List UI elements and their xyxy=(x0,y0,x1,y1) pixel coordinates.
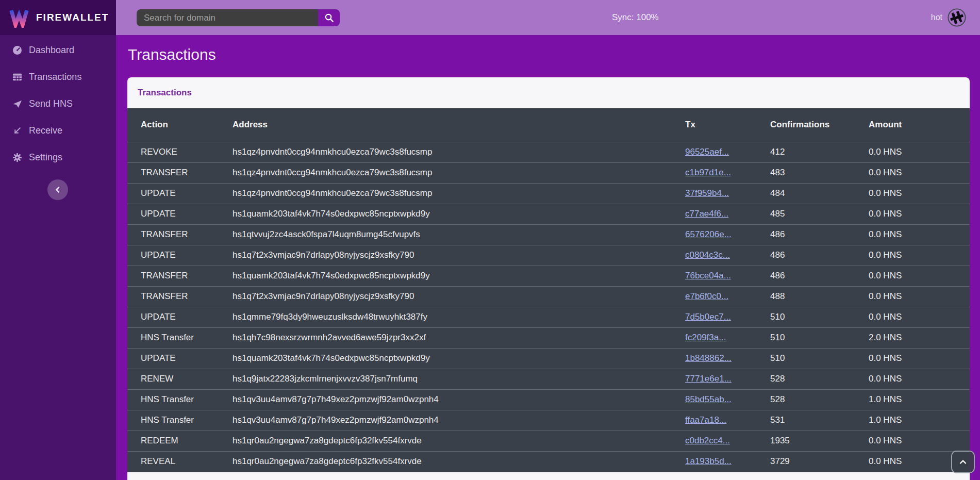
brand-name: FIREWALLET xyxy=(36,12,109,23)
sidebar-item-label: Receive xyxy=(29,125,62,136)
cell-confirmations: 510 xyxy=(757,307,855,327)
cell-confirmations: 510 xyxy=(757,327,855,348)
cell-address: hs1qr0au2ngegwa7za8gdeptc6fp32fkv554fxrv… xyxy=(219,451,672,472)
cell-action: UPDATE xyxy=(127,307,219,327)
transactions-card: Transactions Action Address Tx Confirmat… xyxy=(127,77,970,480)
cell-tx: c77ae4f6... xyxy=(672,204,757,224)
cell-amount: 0.0 HNS xyxy=(855,348,970,369)
cell-amount: 2.0 HNS xyxy=(855,327,970,348)
table-row: UPDATE hs1qz4pnvdnt0ccg94nmkhcu0ezca79wc… xyxy=(127,183,970,204)
cell-address: hs1qv3uu4amv87g7p7h49xez2pmzwjf92am0wzpn… xyxy=(219,410,672,431)
cell-amount: 1.0 HNS xyxy=(855,410,970,431)
cell-tx: 76bce04a... xyxy=(672,266,757,286)
cell-tx: 6576206e... xyxy=(672,224,757,245)
tx-link[interactable]: 7771e6e1... xyxy=(685,374,732,384)
tx-link[interactable]: 7d5b0ec7... xyxy=(685,312,731,322)
receive-icon xyxy=(12,125,22,136)
sidebar-item-settings[interactable]: Settings xyxy=(0,144,116,171)
tx-link[interactable]: fc209f3a... xyxy=(685,333,726,342)
cell-confirmations: 531 xyxy=(757,410,855,431)
cell-address: hs1qv3uu4amv87g7p7h49xez2pmzwjf92am0wzpn… xyxy=(219,389,672,410)
cell-address: hs1qh7c98nexsrzwrmnh2avved6awe59jzpr3xx2… xyxy=(219,327,672,348)
tx-link[interactable]: c0804c3c... xyxy=(685,250,730,260)
cell-action: UPDATE xyxy=(127,348,219,369)
sidebar-collapse-button[interactable] xyxy=(47,179,68,200)
tx-link[interactable]: 1a193b5d... xyxy=(685,456,732,466)
cell-tx: c0db2cc4... xyxy=(672,431,757,451)
tx-link[interactable]: 76bce04a... xyxy=(685,271,731,280)
cell-address: hs1qz4pnvdnt0ccg94nmkhcu0ezca79wc3s8fucs… xyxy=(219,142,672,162)
table-row: UPDATE hs1quamk203taf4vk7h74s0edxpwc85nc… xyxy=(127,204,970,224)
cell-tx: c1b97d1e... xyxy=(672,162,757,183)
tx-link[interactable]: 85bd55ab... xyxy=(685,394,732,404)
scroll-to-top-button[interactable] xyxy=(951,451,975,473)
tx-link[interactable]: c77ae4f6... xyxy=(685,209,728,219)
cell-confirmations: 3729 xyxy=(757,451,855,472)
cell-action: TRANSFER xyxy=(127,224,219,245)
cell-confirmations: 528 xyxy=(757,369,855,389)
table-row: REVEAL hs1qr0au2ngegwa7za8gdeptc6fp32fkv… xyxy=(127,451,970,472)
column-header-confirmations: Confirmations xyxy=(757,108,855,142)
table-row: TRANSFER hs1qz4pnvdnt0ccg94nmkhcu0ezca79… xyxy=(127,162,970,183)
wallet-selector: hot xyxy=(931,0,967,35)
sidebar: FIREWALLET Dashboard Transactions Send H… xyxy=(0,0,116,480)
chevron-left-icon xyxy=(54,186,61,193)
cell-amount: 0.0 HNS xyxy=(855,142,970,162)
cell-amount: 0.0 HNS xyxy=(855,224,970,245)
cell-confirmations: 1935 xyxy=(757,431,855,451)
cell-tx: 1b848862... xyxy=(672,348,757,369)
cell-address: hs1q7t2x3vmjac9n7drlapy08nyjyscjz9xsfky7… xyxy=(219,286,672,307)
table-row: HNS Transfer hs1qh7c98nexsrzwrmnh2avved6… xyxy=(127,327,970,348)
sidebar-item-transactions[interactable]: Transactions xyxy=(0,63,116,90)
table-row: HNS Transfer hs1qv3uu4amv87g7p7h49xez2pm… xyxy=(127,389,970,410)
cell-amount: 0.0 HNS xyxy=(855,245,970,266)
tx-link[interactable]: c0db2cc4... xyxy=(685,436,730,445)
column-header-action: Action xyxy=(127,108,219,142)
cell-action: TRANSFER xyxy=(127,286,219,307)
sidebar-item-dashboard[interactable]: Dashboard xyxy=(0,37,116,63)
topbar: Sync: 100% hot xyxy=(116,0,980,35)
cell-action: UPDATE xyxy=(127,183,219,204)
card-header: Transactions xyxy=(127,77,970,108)
brand[interactable]: FIREWALLET xyxy=(0,0,116,35)
cell-amount: 0.0 HNS xyxy=(855,204,970,224)
cell-tx: 7d5b0ec7... xyxy=(672,307,757,327)
tx-link[interactable]: e7b6f0c0... xyxy=(685,291,728,301)
table-body: REVOKE hs1qz4pnvdnt0ccg94nmkhcu0ezca79wc… xyxy=(127,142,970,472)
cell-confirmations: 528 xyxy=(757,389,855,410)
cell-action: UPDATE xyxy=(127,204,219,224)
tx-link[interactable]: ffaa7a18... xyxy=(685,415,726,425)
table-icon xyxy=(12,72,22,82)
table-row: TRANSFER hs1q7t2x3vmjac9n7drlapy08nyjysc… xyxy=(127,286,970,307)
handshake-logo-icon[interactable] xyxy=(947,8,967,27)
cell-amount: 1.0 HNS xyxy=(855,389,970,410)
cell-tx: 37f959b4... xyxy=(672,183,757,204)
sidebar-item-send-hns[interactable]: Send HNS xyxy=(0,90,116,117)
cell-address: hs1quamk203taf4vk7h74s0edxpwc85ncptxwpkd… xyxy=(219,348,672,369)
sidebar-item-receive[interactable]: Receive xyxy=(0,117,116,144)
cell-action: RENEW xyxy=(127,369,219,389)
cell-amount: 0.0 HNS xyxy=(855,286,970,307)
domain-search xyxy=(137,9,340,26)
sidebar-item-label: Settings xyxy=(29,152,62,163)
search-button[interactable] xyxy=(318,9,340,26)
tx-link[interactable]: 6576206e... xyxy=(685,229,732,239)
table-row: UPDATE hs1q7t2x3vmjac9n7drlapy08nyjyscjz… xyxy=(127,245,970,266)
tx-link[interactable]: 96525aef... xyxy=(685,147,729,157)
cell-address: hs1qr0au2ngegwa7za8gdeptc6fp32fkv554fxrv… xyxy=(219,431,672,451)
cell-confirmations: 486 xyxy=(757,245,855,266)
cell-tx: 96525aef... xyxy=(672,142,757,162)
cell-action: UPDATE xyxy=(127,245,219,266)
cell-confirmations: 510 xyxy=(757,348,855,369)
tx-link[interactable]: 1b848862... xyxy=(685,353,732,363)
cell-tx: 85bd55ab... xyxy=(672,389,757,410)
tx-link[interactable]: 37f959b4... xyxy=(685,188,729,198)
send-icon xyxy=(12,98,22,109)
cell-amount: 0.0 HNS xyxy=(855,369,970,389)
sidebar-item-label: Send HNS xyxy=(29,98,73,109)
cell-confirmations: 485 xyxy=(757,204,855,224)
column-header-address: Address xyxy=(219,108,672,142)
search-input[interactable] xyxy=(137,9,318,26)
cell-action: HNS Transfer xyxy=(127,389,219,410)
tx-link[interactable]: c1b97d1e... xyxy=(685,168,731,177)
